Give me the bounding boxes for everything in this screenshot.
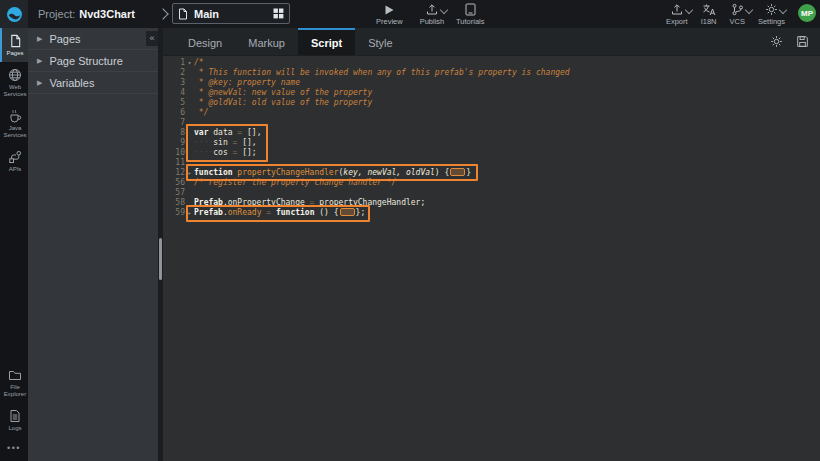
line-number: 57 — [163, 188, 185, 198]
panel-resize-handle[interactable] — [159, 238, 162, 280]
app-logo[interactable] — [0, 0, 28, 28]
rail-item-label: Pages — [6, 50, 23, 57]
tutorials-button[interactable]: Tutorials — [456, 3, 484, 26]
tab-style[interactable]: Style — [355, 28, 405, 55]
code-token: propertyChangeHandler; — [314, 198, 425, 207]
gear-icon — [765, 3, 778, 16]
settings-label: Settings — [758, 17, 785, 26]
rail-spacer — [0, 178, 28, 363]
preview-button[interactable]: Preview — [376, 3, 403, 26]
code-line-text: ····cos = []; — [194, 148, 820, 158]
publish-button[interactable]: Publish — [420, 3, 445, 26]
folded-code-placeholder[interactable] — [450, 168, 465, 176]
user-avatar[interactable]: MP — [798, 4, 816, 22]
rail-item-web-services[interactable]: Web Services — [0, 62, 28, 103]
fold-open-icon[interactable]: ▾ — [185, 58, 194, 68]
line-number: 5 — [163, 98, 185, 108]
pages-panel: ▶Pages▶Page Structure▶Variables « — [28, 28, 158, 461]
code-token: var — [194, 128, 208, 137]
panel-section-label: Page Structure — [49, 55, 122, 67]
panel-section-variables[interactable]: ▶Variables — [28, 72, 158, 94]
code-token: propertyChangeHandler — [237, 168, 338, 177]
code-line: 8var data = [], — [163, 128, 820, 138]
line-number: 59 — [163, 208, 185, 218]
code-line: 4 * @newVal: new value of the property — [163, 88, 820, 98]
pages-icon — [9, 34, 22, 48]
rail-item-java-services[interactable]: Java Services — [0, 103, 28, 144]
rail-item-label: Logs — [8, 425, 21, 432]
code-line: 1▾/* — [163, 58, 820, 68]
line-number: 11 — [163, 158, 185, 168]
page-tab-main[interactable]: Main — [172, 3, 290, 24]
project-name: Nvd3Chart — [79, 8, 135, 20]
code-token: * This function will be invoked when any… — [194, 68, 570, 77]
code-token: () { — [314, 208, 338, 217]
settings-button[interactable]: Settings — [758, 3, 785, 26]
rail-item-label: APIs — [9, 166, 22, 173]
project-breadcrumb: Project: Nvd3Chart — [38, 0, 135, 28]
code-line-text: var data = [], — [194, 128, 820, 138]
translate-icon — [702, 3, 716, 16]
i18n-button[interactable]: I18N — [701, 3, 717, 26]
code-line: 56/* register the property change handle… — [163, 178, 820, 188]
tab-markup[interactable]: Markup — [235, 28, 298, 55]
editor-settings-gear-icon[interactable] — [770, 35, 783, 48]
left-icon-rail: PagesWeb ServicesJava ServicesAPIs File … — [0, 28, 28, 461]
line-number: 1 — [163, 58, 185, 68]
save-icon[interactable] — [796, 35, 809, 48]
line-number: 10 — [163, 148, 185, 158]
rail-item-pages[interactable]: Pages — [0, 28, 28, 62]
chevron-down-icon — [744, 6, 752, 14]
code-token: onReady — [228, 208, 262, 217]
code-line: 7 — [163, 118, 820, 128]
preview-label: Preview — [376, 17, 403, 26]
rail-item-apis[interactable]: APIs — [0, 144, 28, 178]
code-token: .onPropertyChange — [223, 198, 310, 207]
tab-design[interactable]: Design — [175, 28, 235, 55]
i18n-label: I18N — [701, 17, 717, 26]
code-token: Prefab — [194, 208, 223, 217]
line-number: 58 — [163, 198, 185, 208]
branch-icon — [731, 3, 744, 16]
chevron-down-icon — [440, 6, 448, 14]
rail-overflow-button[interactable]: ••• — [0, 437, 28, 461]
panel-section-pages[interactable]: ▶Pages — [28, 28, 158, 50]
code-token: /* register the property change handler … — [194, 178, 396, 187]
code-token: ) { — [435, 168, 449, 177]
code-line-text: * @oldVal: old value of the property — [194, 98, 820, 108]
code-token: /* — [194, 58, 204, 67]
export-button[interactable]: Export — [666, 3, 688, 26]
rail-item-logs[interactable]: Logs — [0, 403, 28, 437]
page-tab-label: Main — [194, 8, 267, 20]
editor-column: DesignMarkupScriptStyle 1▾/*2 * This fun… — [163, 28, 820, 461]
java-services-icon — [8, 109, 22, 123]
fold-closed-icon[interactable]: ▸ — [185, 208, 194, 218]
editor-tab-bar: DesignMarkupScriptStyle — [163, 28, 820, 56]
code-line-text: * @newVal: new value of the property — [194, 88, 820, 98]
folded-code-placeholder[interactable] — [340, 208, 355, 216]
code-line-text: */ — [194, 108, 820, 118]
code-token: function — [194, 168, 233, 177]
line-number: 2 — [163, 68, 185, 78]
grid-icon[interactable] — [273, 8, 284, 19]
apis-icon — [8, 150, 22, 164]
code-line: 3 * @key: property name — [163, 78, 820, 88]
line-number: 8 — [163, 128, 185, 138]
tutorials-label: Tutorials — [456, 17, 484, 26]
line-number: 56 — [163, 178, 185, 188]
fold-closed-icon[interactable]: ▸ — [185, 168, 194, 178]
code-token: []; — [237, 148, 256, 157]
rail-item-file-explorer[interactable]: File Explorer — [0, 363, 28, 403]
panel-collapse-button[interactable]: « — [146, 31, 158, 46]
tab-script[interactable]: Script — [298, 28, 355, 55]
panel-section-page-structure[interactable]: ▶Page Structure — [28, 50, 158, 72]
code-token: [], — [237, 138, 256, 147]
code-line: 59▸Prefab.onReady = function () {}; — [163, 208, 820, 218]
code-line-text: ····sin = [], — [194, 138, 820, 148]
line-number: 12 — [163, 168, 185, 178]
vcs-button[interactable]: VCS — [729, 3, 744, 26]
code-editor[interactable]: 1▾/*2 * This function will be invoked wh… — [163, 56, 820, 461]
code-line-text: /* — [194, 58, 820, 68]
panel-section-label: Variables — [49, 77, 94, 89]
caret-right-icon: ▶ — [37, 57, 42, 65]
